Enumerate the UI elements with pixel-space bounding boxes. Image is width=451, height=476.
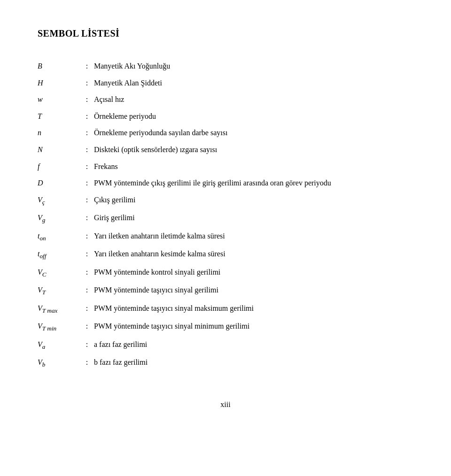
list-item: B:Manyetik Akı Yoğunluğu (38, 58, 413, 75)
symbol-colon: : (80, 58, 94, 75)
symbol-description: PWM yönteminde taşıyıcı sinyal minimum g… (94, 318, 413, 336)
list-item: H:Manyetik Alan Şiddeti (38, 75, 413, 92)
symbol-colon: : (80, 300, 94, 318)
list-item: N:Diskteki (optik sensörlerde) ızgara sa… (38, 141, 413, 158)
symbol-label: N (38, 141, 80, 158)
symbol-colon: : (80, 108, 94, 125)
symbol-description: Frekans (94, 158, 413, 175)
list-item: VT max:PWM yönteminde taşıyıcı sinyal ma… (38, 300, 413, 318)
symbol-label: toff (38, 246, 80, 264)
symbol-description: Açısal hız (94, 91, 413, 108)
symbol-description: Örnekleme periyodunda sayılan darbe sayı… (94, 124, 413, 141)
symbol-description: Diskteki (optik sensörlerde) ızgara sayı… (94, 141, 413, 158)
symbol-colon: : (80, 318, 94, 336)
symbol-description: Yarı iletken anahtarın iletimde kalma sü… (94, 228, 413, 246)
symbol-label: VT min (38, 318, 80, 336)
symbol-description: PWM yönteminde taşıyıcı sinyal maksimum … (94, 300, 413, 318)
symbol-label: Vb (38, 354, 80, 372)
page-title: SEMBOL LİSTESİ (38, 28, 413, 39)
symbol-description: Manyetik Alan Şiddeti (94, 75, 413, 92)
symbol-label: Vg (38, 209, 80, 228)
symbol-label: Va (38, 336, 80, 354)
list-item: toff:Yarı iletken anahtarın kesimde kalm… (38, 246, 413, 264)
symbol-colon: : (80, 91, 94, 108)
symbol-label: VT max (38, 300, 80, 318)
symbol-description: a fazı faz gerilimi (94, 336, 413, 354)
symbol-colon: : (80, 246, 94, 264)
list-item: D:PWM yönteminde çıkış gerilimi ile giri… (38, 175, 413, 192)
symbol-description: Giriş gerilimi (94, 209, 413, 228)
list-item: VT:PWM yönteminde taşıyıcı sinyal gerili… (38, 282, 413, 300)
symbol-label: B (38, 58, 80, 75)
symbol-colon: : (80, 264, 94, 282)
symbol-label: VC (38, 264, 80, 282)
symbol-colon: : (80, 354, 94, 372)
symbol-colon: : (80, 192, 94, 210)
list-item: n:Örnekleme periyodunda sayılan darbe sa… (38, 124, 413, 141)
list-item: T:Örnekleme periyodu (38, 108, 413, 125)
symbol-label: T (38, 108, 80, 125)
symbol-colon: : (80, 282, 94, 300)
symbol-description: PWM yönteminde kontrol sinyali gerilimi (94, 264, 413, 282)
symbol-label: D (38, 175, 80, 192)
symbol-description: Yarı iletken anahtarın kesimde kalma sür… (94, 246, 413, 264)
list-item: Vg:Giriş gerilimi (38, 209, 413, 228)
symbol-description: Örnekleme periyodu (94, 108, 413, 125)
symbol-label: Vç (38, 192, 80, 210)
list-item: ton:Yarı iletken anahtarın iletimde kalm… (38, 228, 413, 246)
symbol-colon: : (80, 228, 94, 246)
symbol-label: ton (38, 228, 80, 246)
list-item: Vb:b fazı faz gerilimi (38, 354, 413, 372)
symbol-label: w (38, 91, 80, 108)
symbol-colon: : (80, 209, 94, 228)
list-item: w:Açısal hız (38, 91, 413, 108)
list-item: Vç:Çıkış gerilimi (38, 192, 413, 210)
symbol-description: Manyetik Akı Yoğunluğu (94, 58, 413, 75)
symbol-list: B:Manyetik Akı YoğunluğuH:Manyetik Alan … (38, 58, 413, 372)
symbol-colon: : (80, 175, 94, 192)
symbol-colon: : (80, 75, 94, 92)
list-item: VT min:PWM yönteminde taşıyıcı sinyal mi… (38, 318, 413, 336)
symbol-label: n (38, 124, 80, 141)
symbol-description: PWM yönteminde çıkış gerilimi ile giriş … (94, 175, 413, 192)
symbol-label: H (38, 75, 80, 92)
symbol-description: Çıkış gerilimi (94, 192, 413, 210)
symbol-colon: : (80, 124, 94, 141)
list-item: f:Frekans (38, 158, 413, 175)
list-item: VC:PWM yönteminde kontrol sinyali gerili… (38, 264, 413, 282)
symbol-label: VT (38, 282, 80, 300)
symbol-description: b fazı faz gerilimi (94, 354, 413, 372)
page-footer: xiii (38, 400, 413, 409)
list-item: Va:a fazı faz gerilimi (38, 336, 413, 354)
symbol-colon: : (80, 336, 94, 354)
symbol-label: f (38, 158, 80, 175)
symbol-colon: : (80, 158, 94, 175)
symbol-description: PWM yönteminde taşıyıcı sinyal gerilimi (94, 282, 413, 300)
symbol-colon: : (80, 141, 94, 158)
